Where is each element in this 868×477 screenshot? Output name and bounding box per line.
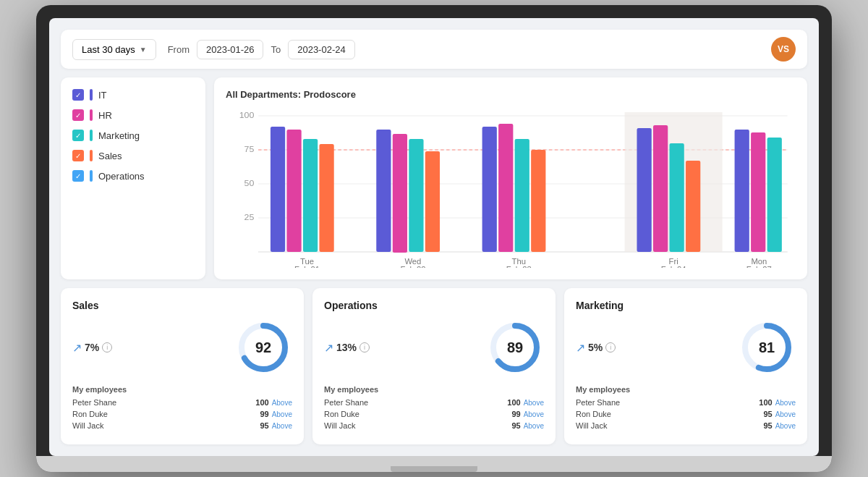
svg-text:50: 50 bbox=[244, 179, 255, 187]
main-content: ✓ IT ✓ HR ✓ Marketing ✓ Sales bbox=[61, 77, 807, 279]
svg-text:Feb 21: Feb 21 bbox=[294, 266, 320, 268]
filter-checkbox-sales[interactable]: ✓ bbox=[72, 150, 84, 161]
emp-name: Peter Shane bbox=[324, 398, 501, 407]
donut-operations: 89 bbox=[486, 318, 544, 376]
donut-value-marketing: 81 bbox=[759, 339, 775, 356]
emp-status: Above bbox=[272, 410, 292, 418]
emp-score: 95 bbox=[503, 421, 521, 430]
filter-checkbox-operations[interactable]: ✓ bbox=[72, 170, 84, 182]
svg-text:Feb 24: Feb 24 bbox=[661, 266, 686, 268]
filter-checkbox-it[interactable]: ✓ bbox=[72, 89, 84, 101]
date-range-label: Last 30 days bbox=[82, 44, 135, 55]
info-icon-operations[interactable]: i bbox=[359, 342, 370, 353]
metric-top-sales: ↗ 7% i 92 bbox=[72, 318, 292, 376]
employee-row: Peter Shane 100 Above bbox=[324, 398, 544, 407]
svg-rect-31 bbox=[670, 143, 684, 252]
emp-score: 100 bbox=[503, 398, 521, 407]
emp-name: Will Jack bbox=[576, 421, 752, 430]
employees-label-marketing: My employees bbox=[576, 385, 796, 394]
svg-text:Tue: Tue bbox=[300, 258, 314, 266]
info-icon-sales[interactable]: i bbox=[102, 342, 112, 353]
metric-card-sales: Sales ↗ 7% i 92 bbox=[61, 288, 304, 444]
svg-rect-11 bbox=[271, 127, 285, 252]
emp-status: Above bbox=[775, 422, 796, 430]
metric-trend-sales: ↗ 7% i bbox=[72, 341, 112, 355]
filter-item-it[interactable]: ✓ IT bbox=[72, 89, 194, 101]
trend-up-icon-operations: ↗ bbox=[324, 341, 333, 355]
emp-score: 99 bbox=[252, 410, 269, 418]
bar-chart-svg: 100 75 50 25 bbox=[226, 109, 796, 268]
emp-name: Ron Duke bbox=[72, 410, 249, 418]
emp-status: Above bbox=[272, 422, 292, 430]
filter-color-operations bbox=[90, 170, 93, 182]
employee-row: Will Jack 95 Above bbox=[576, 421, 796, 430]
filter-label-marketing: Marketing bbox=[98, 130, 140, 141]
to-label: To bbox=[271, 44, 281, 55]
svg-rect-25 bbox=[515, 139, 529, 252]
employee-row: Ron Duke 99 Above bbox=[324, 410, 544, 418]
svg-rect-17 bbox=[376, 130, 391, 252]
to-date[interactable]: 2023-02-24 bbox=[288, 40, 355, 59]
trend-pct-marketing: 5% bbox=[588, 342, 603, 353]
laptop-frame: Last 30 days ▼ From 2023-01-26 To 2023-0… bbox=[36, 5, 832, 472]
employees-label-operations: My employees bbox=[324, 385, 544, 394]
info-icon-marketing[interactable]: i bbox=[605, 342, 616, 353]
emp-name: Will Jack bbox=[72, 421, 249, 430]
filter-item-hr[interactable]: ✓ HR bbox=[72, 109, 194, 121]
filter-label-hr: HR bbox=[98, 110, 112, 121]
emp-name: Peter Shane bbox=[576, 398, 752, 407]
emp-status: Above bbox=[775, 399, 796, 407]
employees-section-marketing: My employees Peter Shane 100 Above Ron D… bbox=[576, 385, 796, 430]
svg-rect-13 bbox=[303, 139, 318, 252]
employees-section-sales: My employees Peter Shane 100 Above Ron D… bbox=[72, 385, 292, 430]
bottom-metric-cards: Sales ↗ 7% i 92 bbox=[61, 288, 807, 444]
metric-trend-operations: ↗ 13% i bbox=[324, 341, 370, 355]
employees-label-sales: My employees bbox=[72, 385, 292, 394]
svg-rect-24 bbox=[498, 124, 513, 252]
emp-score: 95 bbox=[252, 421, 269, 430]
svg-text:100: 100 bbox=[239, 111, 255, 119]
svg-rect-29 bbox=[637, 128, 651, 252]
filter-label-sales: Sales bbox=[98, 151, 122, 161]
svg-rect-32 bbox=[686, 161, 700, 252]
emp-status: Above bbox=[524, 399, 544, 407]
filter-item-marketing[interactable]: ✓ Marketing bbox=[72, 130, 194, 141]
svg-text:Feb 22: Feb 22 bbox=[400, 266, 425, 268]
filter-checkbox-marketing[interactable]: ✓ bbox=[72, 130, 84, 141]
donut-marketing: 81 bbox=[738, 318, 796, 376]
emp-score: 95 bbox=[755, 410, 773, 418]
svg-rect-36 bbox=[751, 132, 765, 252]
svg-text:Thu: Thu bbox=[512, 258, 526, 266]
filter-color-marketing bbox=[90, 130, 93, 141]
employees-section-operations: My employees Peter Shane 100 Above Ron D… bbox=[324, 385, 544, 430]
svg-rect-37 bbox=[767, 138, 782, 252]
filter-item-operations[interactable]: ✓ Operations bbox=[72, 170, 194, 182]
svg-text:75: 75 bbox=[244, 145, 255, 153]
filter-item-sales[interactable]: ✓ Sales bbox=[72, 150, 194, 161]
filter-label-operations: Operations bbox=[98, 171, 145, 182]
filter-checkbox-hr[interactable]: ✓ bbox=[72, 109, 84, 121]
emp-name: Will Jack bbox=[324, 421, 501, 430]
svg-rect-35 bbox=[735, 130, 749, 252]
metric-card-operations: Operations ↗ 13% i 89 bbox=[312, 288, 556, 444]
donut-value-sales: 92 bbox=[255, 339, 271, 356]
user-avatar[interactable]: VS bbox=[771, 37, 796, 62]
filter-color-hr bbox=[90, 109, 93, 121]
emp-name: Ron Duke bbox=[324, 410, 501, 418]
employee-row: Peter Shane 100 Above bbox=[576, 398, 796, 407]
emp-name: Peter Shane bbox=[72, 398, 249, 407]
svg-text:25: 25 bbox=[244, 213, 255, 221]
filter-label-it: IT bbox=[98, 90, 107, 101]
svg-text:Feb 23: Feb 23 bbox=[506, 266, 532, 268]
date-range-button[interactable]: Last 30 days ▼ bbox=[72, 39, 156, 60]
emp-status: Above bbox=[524, 422, 544, 430]
donut-sales: 92 bbox=[234, 318, 292, 376]
employee-row: Peter Shane 100 Above bbox=[72, 398, 292, 407]
top-bar: Last 30 days ▼ From 2023-01-26 To 2023-0… bbox=[61, 30, 807, 69]
chart-title: All Departments: Prodoscore bbox=[226, 89, 796, 100]
from-date[interactable]: 2023-01-26 bbox=[197, 40, 264, 59]
date-range-group: From 2023-01-26 To 2023-02-24 bbox=[168, 40, 355, 59]
filter-color-it bbox=[90, 89, 93, 101]
employee-row: Ron Duke 95 Above bbox=[576, 410, 796, 418]
employee-row: Will Jack 95 Above bbox=[72, 421, 292, 430]
